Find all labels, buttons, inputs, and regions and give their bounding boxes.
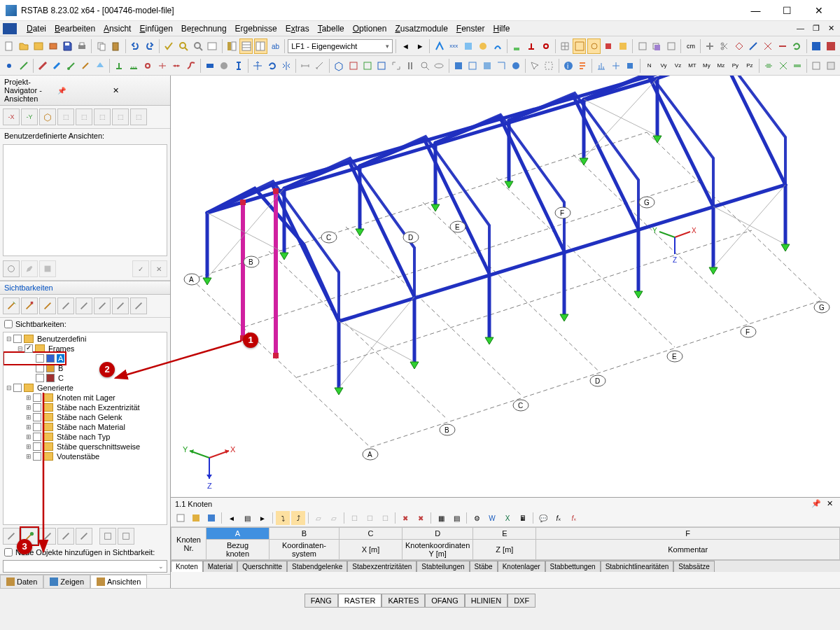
filter-my-button[interactable]: My (700, 58, 713, 74)
table-tab-stabexzentrizitaeten[interactable]: Stabexzentrizitäten (347, 561, 416, 572)
maximize-button[interactable]: ☐ (771, 1, 803, 20)
tree-frame-c[interactable]: C (5, 373, 165, 383)
nl-button[interactable] (184, 58, 197, 74)
display1-button[interactable] (617, 38, 630, 54)
tree-frame-a[interactable]: A (5, 354, 64, 363)
tab-zeigen[interactable]: Zeigen (43, 575, 90, 588)
support2-button[interactable] (524, 38, 538, 54)
doc-close-button[interactable]: ✕ (825, 24, 837, 33)
snap2-button[interactable] (602, 38, 615, 54)
userview-apply-button[interactable]: ✓ (132, 260, 149, 277)
vis-action4-button[interactable] (57, 528, 74, 545)
dim2-button[interactable] (314, 58, 326, 74)
col-b-sub[interactable]: Koordinaten-system (270, 540, 340, 560)
prev-lc-button[interactable]: ◄ (399, 38, 412, 54)
tree-collapse-icon[interactable]: ⊟ (5, 335, 13, 342)
generate2-button[interactable] (610, 58, 622, 74)
redo-button[interactable] (143, 38, 156, 54)
tree-checkbox[interactable] (33, 403, 41, 412)
member1-button[interactable] (36, 58, 49, 74)
new-objects-combo[interactable]: ⌄ (3, 560, 167, 573)
section1-button[interactable] (747, 38, 760, 54)
vis-b4-button[interactable] (57, 298, 74, 314)
table-word-button[interactable]: W (485, 511, 499, 525)
status-kartes[interactable]: KARTES (382, 594, 425, 608)
tree-gen-item[interactable]: ⊞Voutenstäbe (5, 451, 165, 461)
view-u5-button[interactable]: ⬚ (130, 108, 147, 125)
table-settings-button[interactable]: ⚙ (470, 511, 484, 525)
material-button[interactable] (218, 58, 230, 74)
render2-button[interactable] (466, 58, 479, 74)
node-button[interactable] (3, 58, 15, 74)
tree-checkbox[interactable] (36, 354, 44, 363)
view-u1-button[interactable]: ⬚ (57, 108, 74, 125)
tree-checkbox[interactable] (33, 442, 41, 451)
panel2-button[interactable] (254, 38, 267, 54)
surface-button[interactable] (94, 58, 106, 74)
refresh-button[interactable] (790, 38, 804, 54)
status-ofang[interactable]: OFANG (425, 594, 465, 608)
tree-checkbox[interactable] (36, 374, 44, 382)
table-input-button[interactable] (174, 511, 188, 525)
table-sel2-button[interactable]: ☐ (363, 511, 377, 525)
tree-checkbox[interactable]: ✓ (24, 344, 33, 353)
generate3-button[interactable] (624, 58, 636, 74)
table-prev-button[interactable]: ◄ (225, 511, 239, 525)
col-b[interactable]: B (270, 528, 340, 540)
view-u2-button[interactable]: ⬚ (76, 108, 92, 125)
status-dxf[interactable]: DXF (507, 594, 536, 608)
status-fang[interactable]: FANG (304, 594, 338, 608)
support1-button[interactable] (510, 38, 524, 54)
filter-vy-button[interactable]: Vy (657, 58, 670, 74)
navigator-pin-button[interactable]: 📌 (55, 87, 111, 94)
view-z-button[interactable] (375, 58, 388, 74)
lsupport-button[interactable] (127, 58, 139, 74)
move-button[interactable] (251, 58, 264, 74)
section2-button[interactable] (762, 38, 775, 54)
tree-gen-item[interactable]: ⊞Stäbe nach Typ (5, 432, 165, 442)
tree-gen-item[interactable]: ⊞Stäbe querschnittsweise (5, 442, 165, 451)
col-e[interactable]: E (473, 528, 536, 540)
table-comment-button[interactable]: 💬 (536, 511, 550, 525)
table-tab-knoten[interactable]: Knoten (171, 561, 203, 572)
tree-checkbox[interactable] (33, 433, 41, 441)
calc2-button[interactable] (576, 58, 589, 74)
tool1-button[interactable] (762, 58, 775, 74)
userview-save-button[interactable] (39, 260, 56, 277)
layer2-button[interactable] (650, 38, 664, 54)
ecc-button[interactable] (155, 58, 168, 74)
table-tab-stabnichtlinearitaeten[interactable]: Stabnichtlinearitäten (601, 561, 674, 572)
addon1-button[interactable] (810, 38, 823, 54)
table-tab-stabendgelenke[interactable]: Stabendgelenke (287, 561, 347, 572)
tree-user-root[interactable]: ⊟ Benutzerdefini (5, 334, 165, 344)
filter-py-button[interactable]: Py (729, 58, 741, 74)
view-y-button[interactable] (361, 58, 374, 74)
find-button[interactable] (176, 38, 190, 54)
visibility-tree[interactable]: ⊟ Benutzerdefini ⊟ ✓ Frames A B (3, 332, 167, 525)
table-export-button[interactable]: ⤴ (291, 511, 305, 525)
view-zoom-button[interactable] (419, 58, 431, 74)
col-d[interactable]: D (402, 528, 473, 540)
userview-delete-button[interactable]: ✕ (150, 260, 167, 277)
tree-gen-item[interactable]: ⊞Stäbe nach Gelenk (5, 412, 165, 422)
select2-button[interactable] (542, 58, 555, 74)
table-col-button[interactable]: ▦ (434, 511, 448, 525)
tool5-button[interactable] (825, 58, 837, 74)
section3-button[interactable] (776, 38, 789, 54)
table-tab-stabbettungen[interactable]: Stabbettungen (545, 561, 601, 572)
vis-b3-button[interactable] (39, 298, 56, 314)
section-button[interactable] (232, 58, 245, 74)
menu-berechnung[interactable]: Berechnung (177, 22, 231, 35)
render5-button[interactable] (509, 58, 522, 74)
tree-gen-item[interactable]: ⊞Stäbe nach Material (5, 422, 165, 432)
doc-restore-button[interactable]: ❐ (810, 24, 822, 33)
vis-new-button[interactable] (3, 298, 20, 314)
result2-button[interactable] (462, 38, 475, 54)
tree-generated-root[interactable]: ⊟ Generierte (5, 383, 165, 393)
tree-expand-icon[interactable]: ⊞ (24, 404, 33, 411)
navigator-button[interactable] (225, 38, 238, 54)
generate1-button[interactable] (595, 58, 608, 74)
result4-button[interactable] (491, 38, 504, 54)
table-filter1-button[interactable]: ▱ (312, 511, 326, 525)
col-e-sub[interactable]: Z [m] (473, 540, 536, 560)
